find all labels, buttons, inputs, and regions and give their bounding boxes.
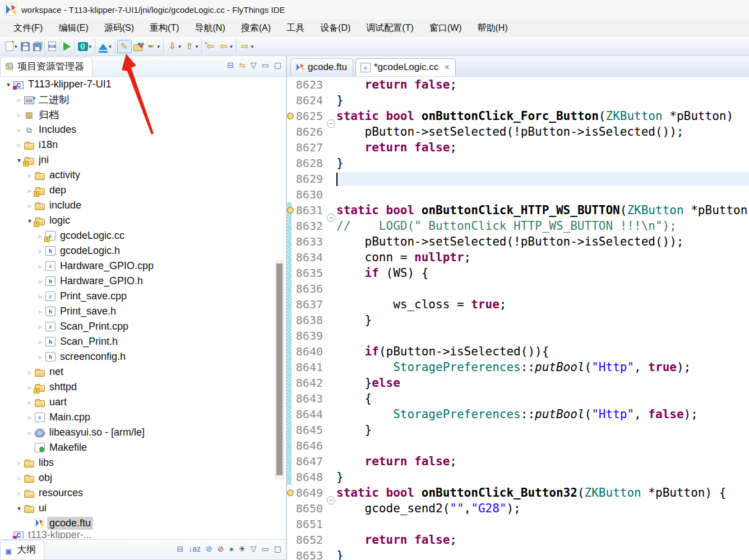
build-config-button[interactable]: {}▾ [76,41,94,52]
problem-marker-icon[interactable] [287,113,294,119]
filters-icon[interactable]: ✳ [239,544,246,553]
tree-item-Makefile[interactable]: Makefile [0,440,286,455]
chevron-collapsed-icon[interactable]: ▹ [15,126,23,134]
chevron-collapsed-icon[interactable]: ▹ [15,459,23,467]
forward-button[interactable]: ⇨▾ [238,40,256,53]
chevron-collapsed-icon[interactable]: ▹ [36,293,44,300]
tree-item-project-root[interactable]: ▾CT113-klipper-7-UI1 [0,77,286,92]
code-line-8638[interactable]: 8638 } [287,312,749,328]
code-line-8647[interactable]: 8647 return false; [287,453,749,469]
tree-item-gcodeLogic-h[interactable]: ▹hgcodeLogic.h [0,243,286,258]
code-line-8642[interactable]: 8642 }else [287,375,749,391]
dropdown-arrow-icon[interactable]: ▾ [251,44,254,49]
tree-item-include[interactable]: ▹include [0,198,286,213]
chevron-collapsed-icon[interactable]: ▹ [36,338,44,346]
tree-item-Main-cpp[interactable]: ▹cMain.cpp [0,410,286,425]
code-line-8644[interactable]: 8644 StoragePreferences::putBool("Http",… [287,406,749,422]
tree-item-Hardware-GPIO-h[interactable]: ▹hHardware_GPIO.h [0,274,286,289]
menu-refactor[interactable]: 重构(T) [142,20,187,36]
chevron-collapsed-icon[interactable]: ▹ [26,172,34,179]
open-resource-button[interactable] [132,41,145,52]
code-line-8641[interactable]: 8641 StoragePreferences::putBool("Http",… [287,359,749,375]
code-line-8633[interactable]: 8633 pButton->setSelected(!pButton->isSe… [287,234,749,249]
chevron-collapsed-icon[interactable]: ▹ [26,414,34,422]
tree-item-gcode-ftu[interactable]: gcode.ftu [0,516,286,531]
collapse-all-icon[interactable]: ⊟ [177,544,184,553]
chevron-collapsed-icon[interactable]: ▹ [36,247,44,255]
code-line-8632[interactable]: 8632// LOGD(" ButtonClick HTTP_WS_BUTTON… [287,218,749,234]
code-line-8637[interactable]: 8637 ws_closs = true; [287,297,749,312]
chevron-collapsed-icon[interactable]: ▹ [36,277,44,285]
chevron-collapsed-icon[interactable]: ▹ [36,353,44,361]
tree-item-jni[interactable]: ▾jni [0,152,286,168]
tree-item-dep[interactable]: ▹dep [0,183,286,198]
menu-source[interactable]: 源码(S) [96,20,142,36]
dropdown-arrow-icon[interactable]: ▾ [89,44,92,49]
dropdown-arrow-icon[interactable]: ▾ [109,44,112,49]
chevron-collapsed-icon[interactable]: ▹ [26,187,34,195]
chevron-expanded-icon[interactable]: ▾ [15,156,23,164]
chevron-collapsed-icon[interactable]: ▹ [26,429,34,437]
chevron-collapsed-icon[interactable]: ▹ [15,111,23,119]
last-edit-location-button[interactable]: ⇦ [204,40,217,53]
minimize-icon[interactable]: ▭ [262,61,269,70]
code-line-8636[interactable]: 8636 [287,281,749,297]
chevron-collapsed-icon[interactable]: ▹ [15,141,23,149]
collapse-all-icon[interactable]: ⊟ [227,61,234,70]
code-line-8627[interactable]: 8627 return false; [287,140,749,155]
tree-item-screenconfig-h[interactable]: ▹hscreenconfig.h [0,349,286,364]
tree-item-Print-save-cpp[interactable]: ▹cPrint_save.cpp [0,289,286,304]
tab-gcode-ftu[interactable]: gcode.ftu [290,58,353,76]
problem-marker-icon[interactable] [287,207,294,214]
maximize-icon[interactable]: ▢ [274,544,281,553]
tree-item-Scan-Print-cpp[interactable]: ▹cScan_Print.cpp [0,319,286,334]
tree-item-obj[interactable]: ▹obj [0,470,286,485]
project-tree-scrollbar[interactable] [275,261,284,479]
code-line-8626[interactable]: 8626 pButton->setSelected(!pButton->isSe… [287,124,749,140]
hide-fields-icon[interactable]: ⊘ [206,544,212,553]
tree-item-includes[interactable]: ▹⧉Includes [0,122,286,137]
tree-item-Print-save-h[interactable]: ▹hPrint_save.h [0,304,286,319]
code-line-8630[interactable]: 8630 [287,187,749,202]
binary-file-button[interactable]: 010 [47,40,58,52]
dropdown-arrow-icon[interactable]: ▾ [196,44,198,49]
code-line-8624[interactable]: 8624} [287,92,749,108]
tree-item-Scan-Print-h[interactable]: ▹hScan_Print.h [0,334,286,349]
sort-icon[interactable]: ↓az [188,544,201,553]
dropdown-arrow-icon[interactable]: ▾ [178,44,181,49]
menu-help[interactable]: 帮助(H) [470,20,516,36]
chevron-collapsed-icon[interactable]: ▹ [26,202,34,210]
tab-close-icon[interactable]: ✕ [444,63,450,71]
maximize-icon[interactable]: ▢ [274,61,281,70]
new-wizard-button[interactable]: ▾ [4,40,19,52]
code-line-8628[interactable]: 8628} [287,155,749,171]
chevron-collapsed-icon[interactable]: ▹ [15,489,23,497]
project-tree[interactable]: ▾CT113-klipper-7-UI1▹010二进制▹▦归档▹⧉Include… [0,77,286,539]
tree-item-project-2-partial[interactable]: Ct113-klipper-... [0,531,286,539]
code-line-8643[interactable]: 8643 { [287,391,749,406]
tree-item-libeasyui-so[interactable]: ▹libeasyui.so - [arm/le] [0,425,286,440]
outline-tab[interactable]: 大纲 [0,540,44,559]
tree-item-ui[interactable]: ▾ui [0,501,286,516]
tab-gcodeLogic-cc[interactable]: c*gcodeLogic.cc✕ [355,58,456,76]
code-line-8629[interactable]: 8629 [287,171,749,187]
hide-non-public-icon[interactable]: ● [229,544,234,553]
tree-item-shttpd[interactable]: ▹shttpd [0,379,286,395]
back-button[interactable]: ⇦▾ [217,40,234,53]
minimize-icon[interactable]: ▭ [262,544,269,553]
view-menu-icon[interactable]: ▽ [251,544,257,553]
tree-item-gcodeLogic-cc[interactable]: ▹cgcodeLogic.cc [0,228,286,243]
menu-search[interactable]: 搜索(A) [233,20,279,36]
dropdown-arrow-icon[interactable]: ▾ [230,44,233,49]
chevron-expanded-icon[interactable]: ▾ [26,217,34,225]
tree-item-net[interactable]: ▹net [0,364,286,379]
project-explorer-tab[interactable]: 项目资源管理器 [0,57,93,76]
menu-tools[interactable]: 工具 [279,20,312,36]
menu-debug-config[interactable]: 调试配置(T) [358,20,421,36]
code-line-8640[interactable]: 8640 if(pButton->isSelected()){ [287,344,749,359]
tree-item-Hardware-GPIO-cpp[interactable]: ▹cHardware_GPIO.cpp [0,258,286,274]
menu-window[interactable]: 窗口(W) [422,20,470,36]
tree-item-archives[interactable]: ▹▦归档 [0,107,286,122]
chevron-collapsed-icon[interactable]: ▹ [36,308,44,316]
code-editor[interactable]: 8623 return false;8624}8625static bool o… [287,77,749,560]
